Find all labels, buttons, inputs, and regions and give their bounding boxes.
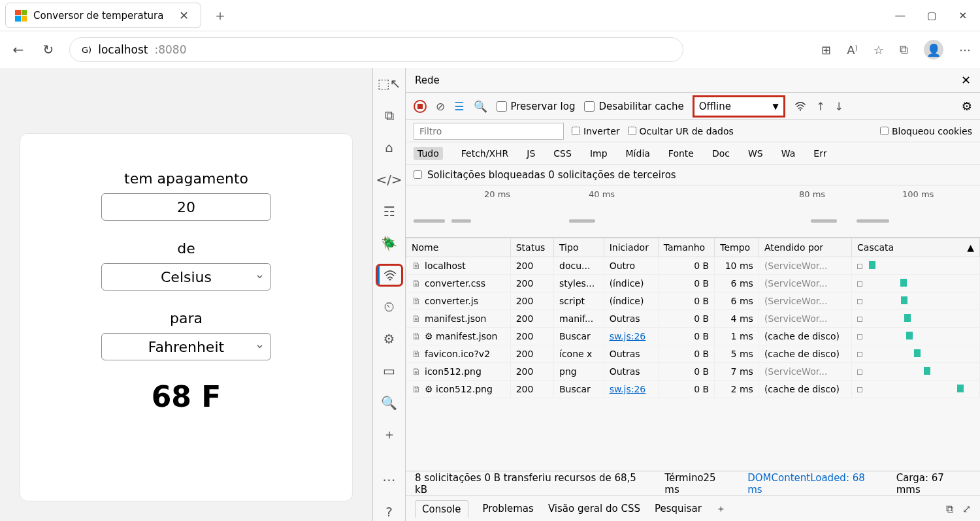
- drawer-add[interactable]: ＋: [716, 503, 726, 515]
- close-tab-icon[interactable]: ✕: [176, 8, 191, 22]
- minimize-icon[interactable]: ―: [895, 10, 905, 22]
- disable-cache-checkbox[interactable]: Desabilitar cache: [584, 101, 683, 112]
- settings-icon[interactable]: ⚙: [962, 99, 972, 113]
- drawer-search[interactable]: Pesquisar: [655, 503, 702, 514]
- lighthouse-icon[interactable]: 🔍: [378, 394, 401, 413]
- type-filter-fonte[interactable]: Fonte: [668, 148, 694, 159]
- table-row[interactable]: 🗎manifest.json 200 manif... Outras 0 B 4…: [406, 310, 980, 328]
- tl-80: 80 ms: [799, 189, 825, 199]
- type-filter-fetch/xhr[interactable]: Fetch/XHR: [461, 148, 509, 159]
- type-filter-err[interactable]: Err: [813, 148, 826, 159]
- url-host: localhost: [98, 43, 148, 56]
- back-icon[interactable]: ←: [9, 40, 27, 59]
- menu-icon[interactable]: ⋯: [959, 43, 971, 57]
- table-row[interactable]: 🗎favicon.ico?v2 200 ícone x Outras 0 B 5…: [406, 345, 980, 363]
- blocked-cookies-checkbox[interactable]: Bloqueou cookies: [880, 126, 972, 136]
- table-row[interactable]: 🗎icon512.png 200 png Outras 0 B 7 ms (Se…: [406, 363, 980, 381]
- memory-icon[interactable]: ⚙: [378, 330, 401, 349]
- network-icon[interactable]: [378, 266, 401, 285]
- col-7[interactable]: Cascata ▲: [852, 238, 980, 257]
- help-icon[interactable]: ?: [378, 502, 401, 521]
- table-row[interactable]: 🗎localhost 200 docu... Outro 0 B 10 ms (…: [406, 257, 980, 275]
- sources-icon[interactable]: </>: [378, 170, 401, 189]
- preserve-log-checkbox[interactable]: Preservar log: [497, 101, 576, 112]
- collections-icon[interactable]: ⧉: [900, 42, 908, 57]
- col-2[interactable]: Tipo: [554, 238, 604, 257]
- read-aloud-icon[interactable]: A⁾: [847, 43, 858, 57]
- close-devtools-icon[interactable]: ✕: [961, 73, 971, 87]
- table-row[interactable]: 🗎⚙ icon512.png 200 Buscar sw.js:26 0 B 2…: [406, 381, 980, 398]
- type-filter-tudo[interactable]: Tudo: [414, 147, 443, 160]
- type-filter-ws[interactable]: WS: [748, 148, 763, 159]
- add-tool-icon[interactable]: ＋: [378, 425, 401, 444]
- elements-icon[interactable]: ⌂: [378, 138, 401, 157]
- url-box[interactable]: G) localhost :8080: [69, 37, 683, 62]
- col-6[interactable]: Atendido por: [759, 238, 851, 257]
- filter-input[interactable]: [414, 123, 564, 140]
- more-icon[interactable]: ⋯: [378, 470, 401, 489]
- col-5[interactable]: Tempo: [715, 238, 759, 257]
- devtools-dock: ⬚↖ ⧉ ⌂ </> ☶ 🪲 ⏲ ⚙ ▭ 🔍 ＋ ⋯ ?: [373, 68, 406, 521]
- clear-icon[interactable]: ⊘: [436, 100, 445, 113]
- finish-label: Término: [664, 472, 703, 484]
- type-filter-js[interactable]: JS: [527, 148, 535, 159]
- network-table: NomeStatusTipoIniciadorTamanhoTempoAtend…: [406, 238, 980, 471]
- inspect-icon[interactable]: ⬚↖: [378, 74, 401, 93]
- url-prefix: G): [82, 45, 91, 55]
- panel-title: Rede: [415, 74, 440, 86]
- from-select[interactable]: Celsius: [101, 263, 271, 291]
- search-icon[interactable]: 🔍: [474, 100, 487, 113]
- col-1[interactable]: Status: [510, 238, 553, 257]
- drawer-problems[interactable]: Problemas: [483, 503, 534, 514]
- svg-point-0: [389, 278, 391, 280]
- dcl-time: DOMContentLoaded: 68 ms: [747, 472, 881, 496]
- blocked-checkbox[interactable]: [414, 170, 422, 179]
- from-label: de: [59, 240, 313, 257]
- devtools: ⬚↖ ⧉ ⌂ </> ☶ 🪲 ⏲ ⚙ ▭ 🔍 ＋ ⋯ ? Rede ✕: [372, 68, 980, 521]
- upload-icon[interactable]: ↑: [816, 100, 825, 113]
- type-filter-mídia[interactable]: Mídia: [626, 148, 650, 159]
- to-label: para: [59, 310, 313, 326]
- invert-checkbox[interactable]: Inverter: [572, 126, 620, 136]
- close-window-icon[interactable]: ✕: [958, 10, 967, 22]
- refresh-icon[interactable]: ↻: [39, 40, 57, 59]
- favorites-icon[interactable]: ☆: [874, 43, 884, 57]
- type-filter-css[interactable]: CSS: [553, 148, 572, 159]
- hide-data-url-checkbox[interactable]: Ocultar UR de dados: [628, 126, 734, 136]
- throttling-select[interactable]: Offline▼: [693, 96, 785, 117]
- table-row[interactable]: 🗎⚙ manifest.json 200 Buscar sw.js:26 0 B…: [406, 328, 980, 345]
- table-row[interactable]: 🗎converter.js 200 script (índice) 0 B 6 …: [406, 292, 980, 310]
- wifi-icon[interactable]: [794, 102, 807, 111]
- network-toolbar: ⊘ ☰ 🔍 Preservar log Desabilitar cache Of…: [406, 93, 980, 120]
- window-controls: ― ▢ ✕: [895, 10, 975, 22]
- temperature-input[interactable]: [101, 193, 271, 221]
- type-filter-wa[interactable]: Wa: [781, 148, 796, 159]
- drawer-console[interactable]: Console: [415, 500, 468, 518]
- profile-avatar[interactable]: 👤: [924, 40, 943, 59]
- transfer-summary: solicitações 0 B transferiu recursos de …: [415, 472, 636, 496]
- col-3[interactable]: Iniciador: [604, 238, 658, 257]
- col-4[interactable]: Tamanho: [658, 238, 714, 257]
- network-panel: Rede ✕ ⊘ ☰ 🔍 Preservar log Desabilitar c…: [406, 68, 980, 521]
- timeline[interactable]: 20 ms 40 ms 80 ms 100 ms: [406, 185, 980, 238]
- drawer-css-overview[interactable]: Visão geral do CSS: [548, 503, 640, 514]
- table-row[interactable]: 🗎converter.css 200 styles... (índice) 0 …: [406, 275, 980, 292]
- download-icon[interactable]: ↓: [834, 100, 843, 113]
- device-icon[interactable]: ⧉: [378, 106, 401, 125]
- col-0[interactable]: Nome: [406, 238, 511, 257]
- filter-icon[interactable]: ☰: [454, 100, 464, 113]
- new-tab-button[interactable]: ＋: [213, 6, 227, 25]
- performance-icon[interactable]: ⏲: [378, 298, 401, 317]
- type-filter-doc[interactable]: Doc: [712, 148, 730, 159]
- storage-icon[interactable]: ▭: [378, 362, 401, 381]
- record-button[interactable]: [414, 100, 427, 113]
- maximize-icon[interactable]: ▢: [927, 10, 936, 22]
- application-icon[interactable]: ☶: [378, 202, 401, 221]
- browser-tab[interactable]: Conversor de temperatura ✕: [5, 3, 201, 28]
- debug-icon[interactable]: 🪲: [378, 234, 401, 253]
- drawer-expand-icon[interactable]: ⤢: [962, 503, 971, 515]
- type-filter-imp[interactable]: Imp: [590, 148, 608, 159]
- to-select[interactable]: Fahrenheit: [101, 333, 271, 360]
- apps-icon[interactable]: ⊞: [821, 43, 831, 57]
- drawer-dock-icon[interactable]: ⧉: [946, 503, 953, 515]
